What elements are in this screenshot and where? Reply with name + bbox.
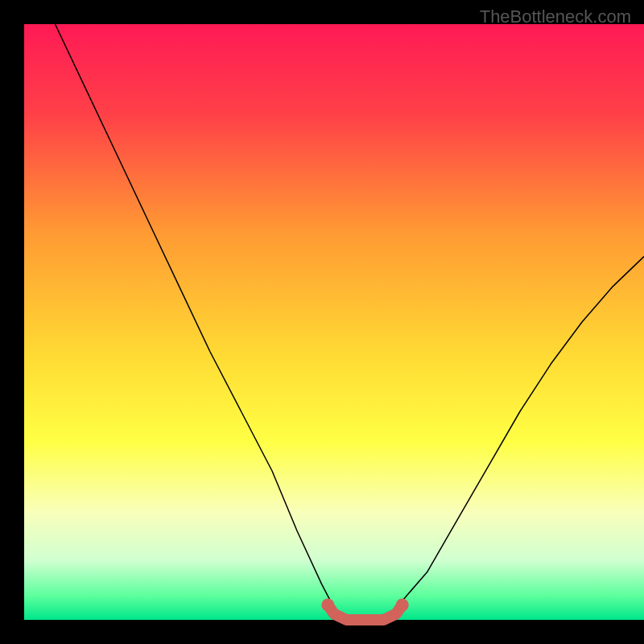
bottleneck-chart [0,0,644,644]
watermark-text: TheBottleneck.com [480,6,631,27]
svg-point-2 [321,599,334,612]
svg-rect-1 [24,24,644,620]
chart-container: TheBottleneck.com [0,0,644,644]
svg-point-3 [396,599,409,612]
